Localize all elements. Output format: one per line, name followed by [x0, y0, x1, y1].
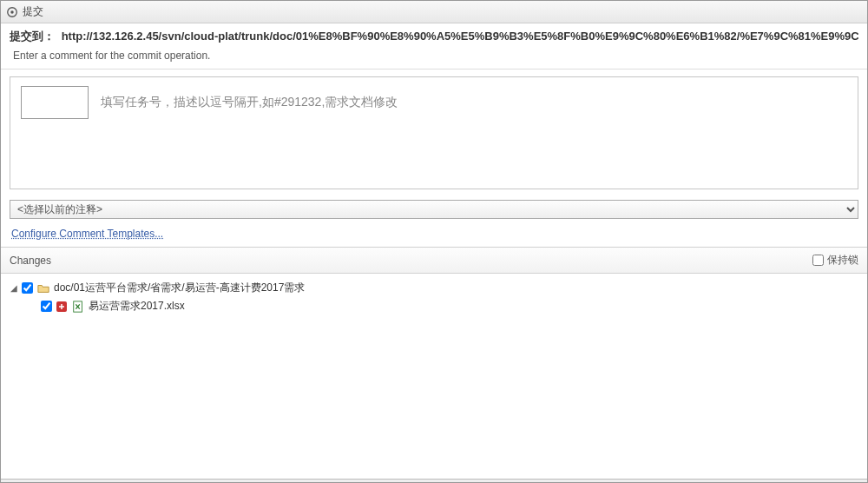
templates-link-row: Configure Comment Templates...: [11, 228, 857, 240]
previous-comments-row: <选择以前的注释>: [10, 200, 858, 219]
tree-folder-row[interactable]: ◢ doc/01运营平台需求/省需求/易运营-高速计费2017需求: [10, 279, 858, 297]
previous-comments-select[interactable]: <选择以前的注释>: [10, 200, 858, 219]
tree-file-row[interactable]: 易运营需求2017.xlsx: [10, 297, 858, 315]
folder-path: doc/01运营平台需求/省需求/易运营-高速计费2017需求: [54, 281, 305, 295]
file-checkbox[interactable]: [41, 301, 52, 312]
changes-label: Changes: [10, 255, 51, 267]
keep-lock-option[interactable]: 保持锁: [812, 253, 858, 268]
dialog-bottom-border: [1, 479, 867, 482]
header-subtitle: Enter a comment for the commit operation…: [10, 50, 858, 62]
commit-url-row: 提交到： http://132.126.2.45/svn/cloud-plat/…: [10, 29, 858, 44]
changes-tree: ◢ doc/01运营平台需求/省需求/易运营-高速计费2017需求 易运营需求2…: [1, 274, 867, 479]
task-number-input[interactable]: [21, 86, 89, 119]
xlsx-file-icon: [71, 300, 85, 314]
keep-lock-label: 保持锁: [827, 253, 858, 268]
keep-lock-checkbox[interactable]: [812, 255, 824, 266]
folder-checkbox[interactable]: [22, 282, 33, 294]
modified-overlay-icon: [56, 301, 68, 313]
file-name: 易运营需求2017.xlsx: [89, 299, 185, 314]
changes-header: Changes 保持锁: [1, 247, 867, 274]
configure-templates-link[interactable]: Configure Comment Templates...: [11, 228, 163, 240]
header-section: 提交到： http://132.126.2.45/svn/cloud-plat/…: [1, 23, 867, 69]
expander-icon[interactable]: ◢: [10, 284, 18, 293]
commit-url: http://132.126.2.45/svn/cloud-plat/trunk…: [62, 30, 858, 43]
svg-point-1: [10, 10, 14, 14]
comment-textarea[interactable]: 填写任务号，描述以逗号隔开,如#291232,需求文档修改: [101, 95, 398, 110]
titlebar: 提交: [1, 1, 867, 23]
app-icon: [6, 6, 18, 18]
commit-dialog: 提交 提交到： http://132.126.2.45/svn/cloud-pl…: [0, 0, 868, 483]
comment-section[interactable]: 填写任务号，描述以逗号隔开,如#291232,需求文档修改: [10, 76, 858, 189]
folder-icon: [36, 281, 50, 295]
window-title: 提交: [23, 4, 43, 19]
commit-to-label: 提交到：: [10, 30, 55, 43]
